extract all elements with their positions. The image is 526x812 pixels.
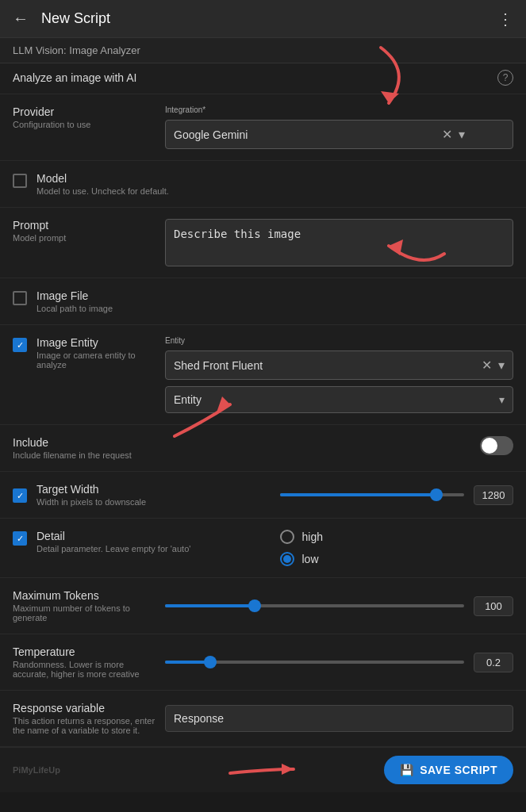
target-width-fill [280,493,437,496]
temperature-desc: Randomness. Lower is more accurate, high… [13,660,155,679]
response-var-right [165,705,513,732]
include-section: Include Include filename in the request [0,425,526,472]
detail-checkbox[interactable] [13,531,27,546]
image-entity-checkbox[interactable] [13,338,27,352]
response-var-section: Response variable This action returns a … [0,691,526,747]
header: ← New Script ⋮ [0,0,526,38]
image-entity-label-group: Image Entity Image or camera entity to a… [36,336,155,370]
prompt-right [165,219,513,266]
detail-low-radio[interactable] [280,552,294,566]
image-entity-label: Image Entity [36,336,155,349]
entity-value: Shed Front Fluent [174,359,263,372]
provider-desc: Configuration to use [13,120,155,129]
include-label: Include [13,436,155,449]
include-toggle[interactable] [480,436,513,455]
integration-icons: ✕ ▾ [442,127,465,142]
entity-type-value: Entity [174,393,202,406]
max-tokens-thumb[interactable] [248,599,261,612]
watermark: PiMyLifeUp [13,765,60,775]
prompt-textarea[interactable] [165,219,513,266]
image-entity-section: Image Entity Image or camera entity to a… [0,325,526,425]
page-wrapper: ← New Script ⋮ LLM Vision: Image Analyze… [0,0,526,792]
max-tokens-label-group: Maximum Tokens Maximum number of tokens … [13,589,155,622]
model-label-group: Model Model to use. Uncheck for default. [36,172,513,196]
detail-low-label: low [302,553,319,565]
target-width-label-group: Target Width Width in pixels to downscal… [36,483,271,507]
provider-section: Provider Configuration to use Integratio… [0,94,526,161]
more-menu-button[interactable]: ⋮ [497,10,513,29]
temperature-thumb[interactable] [204,656,217,668]
detail-high-label: high [302,530,323,543]
image-file-label-group: Image File Local path to image [36,289,513,313]
entity-select[interactable]: Shed Front Fluent ✕ ▾ [165,350,513,380]
entity-clear-icon[interactable]: ✕ [482,358,492,373]
provider-label-group: Provider Configuration to use [13,105,155,129]
detail-high-radio[interactable] [280,530,294,544]
model-label: Model [36,172,513,185]
top-bar: LLM Vision: Image Analyzer [0,38,526,63]
target-width-value: 1280 [474,485,513,505]
image-file-checkbox[interactable] [13,291,27,305]
entity-type-chevron-icon[interactable]: ▾ [499,393,505,406]
detail-section: Detail Detail parameter. Leave empty for… [0,519,526,578]
detail-high-option[interactable]: high [280,530,514,544]
save-icon: 💾 [400,764,414,776]
max-tokens-label: Maximum Tokens [13,589,155,602]
temperature-value: 0.2 [474,653,513,672]
detail-desc: Detail parameter. Leave empty for 'auto' [36,544,271,553]
image-entity-desc: Image or camera entity to analyze [36,350,155,370]
provider-right: Integration* Google Gemini ✕ ▾ [165,105,513,149]
prompt-desc: Model prompt [13,233,155,243]
response-var-input[interactable] [165,705,513,732]
max-tokens-slider[interactable] [165,604,464,607]
target-width-checkbox[interactable] [13,488,27,503]
detail-label: Detail [36,530,271,542]
detail-right: high low [280,530,514,566]
max-tokens-slider-group: 100 [165,596,513,616]
max-tokens-fill [165,604,255,607]
response-var-label: Response variable [13,702,155,714]
entity-select-icons: ✕ ▾ [482,358,505,373]
save-label: SAVE SCRIPT [420,764,497,776]
detail-low-option[interactable]: low [280,552,514,566]
target-width-thumb[interactable] [430,488,443,501]
save-script-button[interactable]: 💾 SAVE SCRIPT [384,756,513,784]
response-var-desc: This action returns a response, enter th… [13,716,155,735]
integration-value: Google Gemini [174,128,248,141]
include-desc: Include filename in the request [13,450,155,460]
chevron-down-icon[interactable]: ▾ [459,127,465,142]
target-width-label: Target Width [36,483,271,496]
temperature-slider-group: 0.2 [165,653,513,672]
detail-low-radio-inner [283,555,291,563]
temperature-label: Temperature [13,645,155,658]
integration-label: Integration* [165,105,205,114]
image-entity-right: Entity Shed Front Fluent ✕ ▾ Entity ▾ [165,336,513,413]
integration-select[interactable]: Google Gemini ✕ ▾ [165,120,513,149]
max-tokens-desc: Maximum number of tokens to generate [13,603,155,622]
model-section: Model Model to use. Uncheck for default. [0,161,526,208]
help-icon[interactable]: ? [497,70,513,86]
provider-label: Provider [13,105,155,118]
model-desc: Model to use. Uncheck for default. [36,186,513,196]
entity-chevron-icon[interactable]: ▾ [498,358,505,373]
subtitle-text: Analyze an image with AI [13,71,136,84]
target-width-slider-group: 1280 [280,485,514,505]
image-file-section: Image File Local path to image [0,278,526,325]
prompt-section: Prompt Model prompt [0,208,526,278]
back-button[interactable]: ← [13,10,29,28]
include-right [165,436,513,455]
target-width-slider[interactable] [280,493,465,496]
max-tokens-section: Maximum Tokens Maximum number of tokens … [0,578,526,634]
prompt-label: Prompt [13,219,155,232]
page-title: New Script [41,10,497,27]
include-label-group: Include Include filename in the request [13,436,155,460]
model-checkbox[interactable] [13,174,27,188]
target-width-desc: Width in pixels to downscale [36,497,271,507]
entity-label: Entity [165,336,185,345]
clear-icon[interactable]: ✕ [442,127,452,142]
temperature-slider[interactable] [165,661,464,664]
entity-type-select[interactable]: Entity ▾ [165,386,513,413]
target-width-section: Target Width Width in pixels to downscal… [0,472,526,519]
image-file-desc: Local path to image [36,304,513,313]
response-var-label-group: Response variable This action returns a … [13,702,155,735]
